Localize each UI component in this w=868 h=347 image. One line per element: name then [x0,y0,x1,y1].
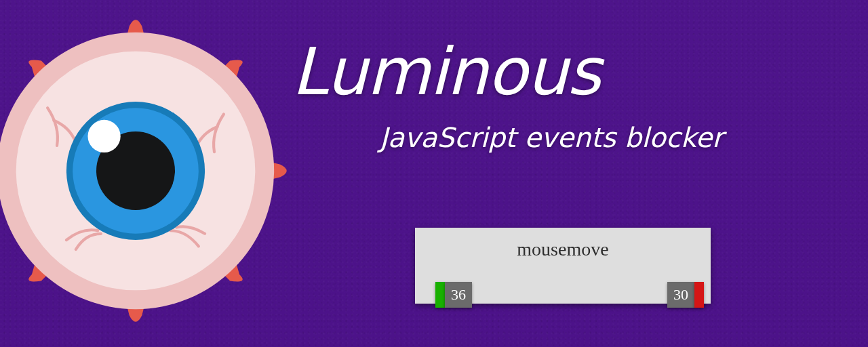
allowed-indicator [435,282,445,308]
allowed-count-badge[interactable]: 36 [445,282,472,308]
blocked-indicator [694,282,704,308]
app-title: Luminous [292,39,600,104]
event-name-label: mousemove [415,228,711,260]
svg-point-5 [87,120,120,152]
eyeball-icon [0,14,293,328]
event-panel[interactable]: mousemove 36 30 [415,228,711,304]
app-subtitle: JavaScript events blocker [380,122,723,153]
blocked-count-badge[interactable]: 30 [667,282,694,308]
promo-banner: Luminous JavaScript events blocker mouse… [0,0,868,347]
